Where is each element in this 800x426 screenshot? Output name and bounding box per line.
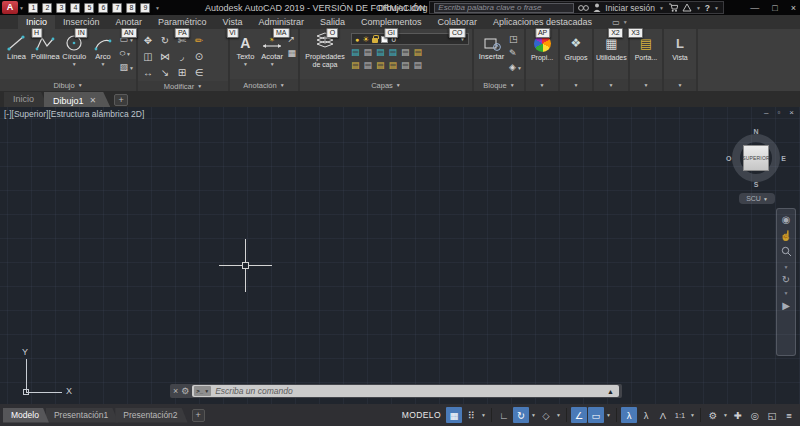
layout-tab-presentacion1[interactable]: Presentación1 [46,408,118,423]
isolate-objects-button[interactable]: ◎ [747,407,763,423]
new-drawing-button[interactable]: ▯1 [27,1,40,14]
ribbon-tab-colaborar[interactable]: ColaborarCO [430,15,486,29]
status-menu-button[interactable]: ≡ [781,407,797,423]
osnap-toggle[interactable]: ▭ [588,407,604,423]
panel-title-utilidades[interactable]: ▼ [594,79,628,91]
layer-tool[interactable]: ▤ [401,60,410,71]
isometric-drafting-toggle[interactable]: ◇ [538,407,554,423]
doc-minimize-button[interactable]: – [764,108,768,117]
signin-dropdown-icon[interactable]: ▼ [659,5,664,11]
command-close-icon[interactable]: × [173,385,178,397]
layer-tool[interactable]: ▤ [389,60,398,71]
compass-east[interactable]: E [781,155,786,162]
layer-tool[interactable]: ▤ [364,60,373,71]
fillet-tool[interactable]: ◞ [174,49,190,64]
array-tool[interactable]: ⊞ [174,65,190,80]
layout-tab-presentacion2[interactable]: Presentación2 [115,408,187,423]
annotation-scale-dropdown-icon[interactable]: ▼ [689,412,696,418]
customization-gear-button[interactable]: ⚙ [705,407,721,423]
annotation-scale-button[interactable]: 1:1 [672,407,688,423]
polar-dropdown-icon[interactable]: ▼ [530,412,537,418]
isometric-dropdown-icon[interactable]: ▼ [555,412,562,418]
undo-dropdown[interactable]: ↷7 [111,1,124,14]
navigation-wheel-icon[interactable]: ◉ [782,214,791,226]
layout-tab-modelo[interactable]: Modelo [3,408,49,423]
ribbon-toggle-dropdown-icon[interactable]: ▼ [623,19,628,25]
viewcube[interactable]: N S E O SUPERIOR [728,130,784,186]
pan-icon[interactable]: ☝ [780,230,792,242]
help-icon[interactable]: ? [705,3,710,13]
layer-tool[interactable]: ▤ [376,47,385,58]
ribbon-tab-complementos[interactable]: ComplementosGI [353,15,430,29]
layer-tool[interactable]: ▤ [401,47,410,58]
panel-title-portapapeles[interactable]: ▼ [630,79,662,91]
cart-icon[interactable] [668,3,678,12]
ortho-toggle[interactable]: ∟ [496,407,512,423]
layer-tool[interactable]: ▤ [389,47,398,58]
snap-dropdown-icon[interactable]: ▼ [480,412,487,418]
help-dropdown-icon[interactable]: ▼ [714,5,719,11]
ribbon-tab-administrar[interactable]: AdministrarMA [250,15,312,29]
orbit-flyout-icon[interactable]: ▼ [784,290,789,296]
zoom-icon[interactable] [781,246,792,260]
workspace-button[interactable]: ▣9 [139,1,152,14]
file-tab-dibujo1[interactable]: Dibujo1 ✕ [44,92,110,107]
viewport-controls[interactable]: [-][Superior][Estructura alámbrica 2D] [4,109,144,119]
annotation-scale-icon-button[interactable]: Λ [655,407,671,423]
layer-tool[interactable]: ▤ [364,47,373,58]
close-button[interactable]: × [791,3,796,13]
panel-title-capas[interactable]: Capas▼ [300,79,472,91]
layer-tool[interactable]: ▤ [414,47,423,58]
model-space-button[interactable]: MODELO [398,407,445,423]
showmotion-icon[interactable]: ▶ [782,300,790,312]
layer-tool[interactable]: ▤ [351,60,360,71]
ribbon-tab-parametrico[interactable]: ParamétricoPA [150,15,215,29]
layer-properties-button[interactable]: Propiedades de capa [303,31,347,77]
doc-restore-button[interactable]: ▫ [777,108,780,117]
ribbon-tab-insercion[interactable]: InserciónIN [55,15,108,29]
layer-tool[interactable]: ▤ [351,47,360,58]
command-prompt-icon[interactable]: >_▼ [194,386,211,396]
scale-tool[interactable]: ↘ [157,65,173,80]
logo-dropdown-icon[interactable]: ▼ [19,5,24,11]
command-input[interactable] [211,386,619,397]
new-tab-button[interactable]: + [114,94,128,106]
polar-tracking-toggle[interactable]: ↻ [513,407,529,423]
panel-title-anotacion[interactable]: Anotación▼ [230,79,298,91]
ellipse-tool[interactable]: ○▼ [120,47,134,60]
command-customize-icon[interactable]: ⚙ [181,385,189,397]
file-tab-inicio[interactable]: Inicio [4,92,48,107]
new-layout-button[interactable]: + [192,409,205,422]
ribbon-tab-salida[interactable]: SalidaO [312,15,353,29]
compass-north[interactable]: N [753,128,758,135]
autoscale-toggle[interactable]: λ [638,407,654,423]
grid-toggle[interactable]: ▦ [446,407,462,423]
layer-tool[interactable]: ▤ [376,60,385,71]
dimension-dropdown-icon[interactable]: ▼ [270,61,275,67]
create-block-tool[interactable]: ◳ [509,33,522,46]
osnap-dropdown-icon[interactable]: ▼ [605,412,612,418]
search-binoculars-icon[interactable] [578,3,589,12]
groups-panel-button[interactable]: ❖ Grupos [562,30,590,78]
rotate-tool[interactable]: ↻ [157,33,173,48]
share-icon[interactable] [682,3,692,12]
help-search-input[interactable] [434,3,574,13]
ribbon-tab-inicio[interactable]: InicioH [18,15,55,29]
copy-tool[interactable]: ◫ [140,49,156,64]
table-tool[interactable]: ▦ [287,47,296,60]
offset-tool[interactable]: ⊙ [191,49,207,64]
share-dropdown-icon[interactable]: ▼ [696,5,701,11]
qat-customize-dropdown-icon[interactable]: ▼ [155,5,160,11]
ribbon-display-toggle[interactable]: ▭ ▼ X2 X3 [608,15,632,29]
panel-title-grupos[interactable]: ▼ [560,79,592,91]
autocad-logo-icon[interactable]: A [2,1,18,14]
mirror-tool[interactable]: ⋈ [157,49,173,64]
erase-tool[interactable]: ✏ [191,33,207,48]
ribbon-tab-anotar[interactable]: AnotarAN [108,15,151,29]
insert-block-tool[interactable]: Insertar [476,30,507,78]
panel-title-bloque[interactable]: Bloque▼ [474,79,524,91]
arc-dropdown-icon[interactable]: ▼ [101,61,106,67]
doc-close-button[interactable]: × [789,108,794,117]
panel-title-propiedades[interactable]: ▼ [526,79,558,91]
signin-button[interactable]: Iniciar sesión [605,3,655,13]
